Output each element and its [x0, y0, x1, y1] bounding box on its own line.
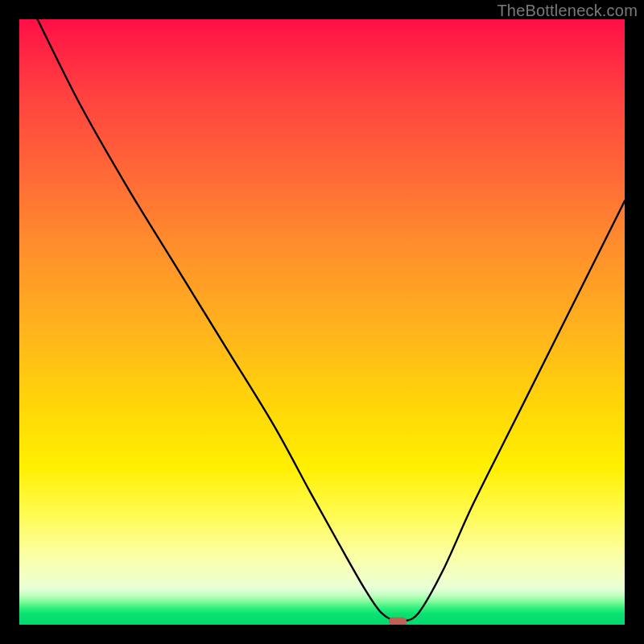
curve-layer [19, 19, 625, 625]
chart-frame: TheBottleneck.com [0, 0, 644, 644]
watermark-text: TheBottleneck.com [497, 2, 638, 20]
optimal-marker [389, 617, 407, 625]
bottleneck-curve [38, 19, 625, 621]
plot-area [19, 19, 625, 625]
